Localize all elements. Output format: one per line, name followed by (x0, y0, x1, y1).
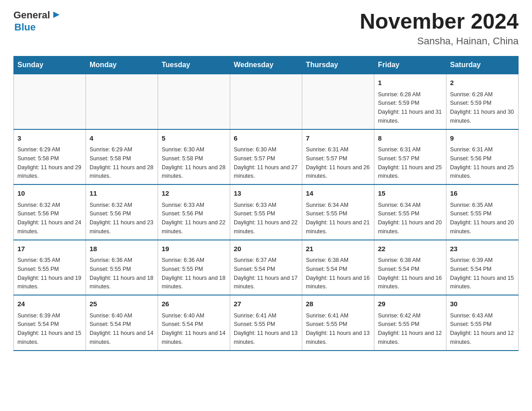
day-number: 4 (90, 133, 154, 144)
day-info: Sunrise: 6:29 AMSunset: 5:58 PMDaylight:… (90, 146, 153, 179)
day-info: Sunrise: 6:36 AMSunset: 5:55 PMDaylight:… (90, 257, 153, 290)
day-info: Sunrise: 6:40 AMSunset: 5:54 PMDaylight:… (162, 313, 225, 345)
day-number: 24 (17, 299, 82, 309)
day-info: Sunrise: 6:29 AMSunset: 5:58 PMDaylight:… (17, 146, 81, 179)
day-cell: 18Sunrise: 6:36 AMSunset: 5:55 PMDayligh… (86, 240, 158, 295)
day-cell (230, 74, 302, 129)
day-number: 10 (17, 188, 82, 199)
day-cell: 6Sunrise: 6:30 AMSunset: 5:57 PMDaylight… (230, 129, 302, 185)
day-info: Sunrise: 6:35 AMSunset: 5:55 PMDaylight:… (450, 202, 514, 235)
day-info: Sunrise: 6:31 AMSunset: 5:57 PMDaylight:… (378, 146, 442, 179)
weekday-header-wednesday: Wednesday (230, 56, 302, 74)
week-row-2: 3Sunrise: 6:29 AMSunset: 5:58 PMDaylight… (14, 129, 519, 185)
day-number: 6 (234, 133, 298, 144)
day-number: 23 (450, 244, 515, 254)
day-cell: 11Sunrise: 6:32 AMSunset: 5:56 PMDayligh… (86, 184, 158, 240)
weekday-header-friday: Friday (374, 56, 446, 74)
day-info: Sunrise: 6:33 AMSunset: 5:56 PMDaylight:… (162, 202, 225, 235)
day-number: 9 (450, 133, 515, 144)
day-info: Sunrise: 6:39 AMSunset: 5:54 PMDaylight:… (17, 313, 81, 345)
day-cell: 12Sunrise: 6:33 AMSunset: 5:56 PMDayligh… (158, 184, 230, 240)
weekday-header-sunday: Sunday (14, 56, 86, 74)
day-cell: 8Sunrise: 6:31 AMSunset: 5:57 PMDaylight… (374, 129, 446, 185)
day-info: Sunrise: 6:35 AMSunset: 5:55 PMDaylight:… (17, 257, 81, 290)
day-cell: 9Sunrise: 6:31 AMSunset: 5:56 PMDaylight… (446, 129, 519, 185)
day-cell (86, 74, 158, 129)
day-number: 25 (90, 299, 154, 309)
day-cell: 27Sunrise: 6:41 AMSunset: 5:55 PMDayligh… (230, 295, 302, 351)
day-number: 15 (378, 188, 442, 199)
weekday-header-saturday: Saturday (446, 56, 519, 74)
day-number: 14 (306, 188, 370, 199)
day-number: 27 (234, 299, 298, 309)
day-number: 2 (450, 78, 515, 88)
svg-marker-0 (53, 12, 60, 18)
day-number: 17 (17, 244, 82, 254)
day-cell: 15Sunrise: 6:34 AMSunset: 5:55 PMDayligh… (374, 184, 446, 240)
day-cell: 28Sunrise: 6:41 AMSunset: 5:55 PMDayligh… (302, 295, 374, 351)
week-row-5: 24Sunrise: 6:39 AMSunset: 5:54 PMDayligh… (14, 295, 519, 351)
week-row-1: 1Sunrise: 6:28 AMSunset: 5:59 PMDaylight… (14, 74, 519, 129)
week-row-3: 10Sunrise: 6:32 AMSunset: 5:56 PMDayligh… (14, 184, 519, 240)
day-info: Sunrise: 6:34 AMSunset: 5:55 PMDaylight:… (378, 202, 442, 235)
day-info: Sunrise: 6:38 AMSunset: 5:54 PMDaylight:… (306, 257, 369, 290)
day-info: Sunrise: 6:32 AMSunset: 5:56 PMDaylight:… (17, 202, 81, 235)
day-info: Sunrise: 6:34 AMSunset: 5:55 PMDaylight:… (306, 202, 369, 235)
day-cell: 14Sunrise: 6:34 AMSunset: 5:55 PMDayligh… (302, 184, 374, 240)
day-cell: 5Sunrise: 6:30 AMSunset: 5:58 PMDaylight… (158, 129, 230, 185)
page-header: General Blue November 2024 Sansha, Haina… (13, 9, 519, 47)
day-cell (158, 74, 230, 129)
day-info: Sunrise: 6:31 AMSunset: 5:57 PMDaylight:… (306, 146, 369, 179)
day-cell: 7Sunrise: 6:31 AMSunset: 5:57 PMDaylight… (302, 129, 374, 185)
day-cell: 10Sunrise: 6:32 AMSunset: 5:56 PMDayligh… (14, 184, 86, 240)
day-info: Sunrise: 6:30 AMSunset: 5:58 PMDaylight:… (162, 146, 225, 179)
day-cell: 22Sunrise: 6:38 AMSunset: 5:54 PMDayligh… (374, 240, 446, 295)
day-info: Sunrise: 6:30 AMSunset: 5:57 PMDaylight:… (234, 146, 297, 179)
day-number: 21 (306, 244, 370, 254)
day-info: Sunrise: 6:33 AMSunset: 5:55 PMDaylight:… (234, 202, 297, 235)
day-number: 3 (17, 133, 82, 144)
day-cell (302, 74, 374, 129)
day-number: 5 (162, 133, 226, 144)
day-number: 20 (234, 244, 298, 254)
day-number: 18 (90, 244, 154, 254)
day-number: 16 (450, 188, 515, 199)
day-number: 7 (306, 133, 370, 144)
day-cell (14, 74, 86, 129)
day-info: Sunrise: 6:28 AMSunset: 5:59 PMDaylight:… (378, 91, 442, 124)
day-number: 26 (162, 299, 226, 309)
day-cell: 21Sunrise: 6:38 AMSunset: 5:54 PMDayligh… (302, 240, 374, 295)
logo-blue-text: Blue (14, 21, 36, 33)
day-cell: 30Sunrise: 6:43 AMSunset: 5:55 PMDayligh… (446, 295, 519, 351)
month-year-title: November 2024 (360, 9, 519, 34)
day-number: 1 (378, 78, 442, 88)
day-cell: 24Sunrise: 6:39 AMSunset: 5:54 PMDayligh… (14, 295, 86, 351)
weekday-header-thursday: Thursday (302, 56, 374, 74)
day-cell: 20Sunrise: 6:37 AMSunset: 5:54 PMDayligh… (230, 240, 302, 295)
day-number: 22 (378, 244, 442, 254)
day-cell: 1Sunrise: 6:28 AMSunset: 5:59 PMDaylight… (374, 74, 446, 129)
day-cell: 17Sunrise: 6:35 AMSunset: 5:55 PMDayligh… (14, 240, 86, 295)
day-cell: 2Sunrise: 6:28 AMSunset: 5:59 PMDaylight… (446, 74, 519, 129)
day-info: Sunrise: 6:38 AMSunset: 5:54 PMDaylight:… (378, 257, 442, 290)
day-number: 12 (162, 188, 226, 199)
logo-general-text: General (13, 9, 50, 21)
day-number: 13 (234, 188, 298, 199)
weekday-header-monday: Monday (86, 56, 158, 74)
day-number: 29 (378, 299, 442, 309)
day-cell: 25Sunrise: 6:40 AMSunset: 5:54 PMDayligh… (86, 295, 158, 351)
day-info: Sunrise: 6:37 AMSunset: 5:54 PMDaylight:… (234, 257, 297, 290)
day-info: Sunrise: 6:32 AMSunset: 5:56 PMDaylight:… (90, 202, 153, 235)
day-cell: 23Sunrise: 6:39 AMSunset: 5:54 PMDayligh… (446, 240, 519, 295)
day-cell: 26Sunrise: 6:40 AMSunset: 5:54 PMDayligh… (158, 295, 230, 351)
day-info: Sunrise: 6:39 AMSunset: 5:54 PMDaylight:… (450, 257, 514, 290)
day-cell: 16Sunrise: 6:35 AMSunset: 5:55 PMDayligh… (446, 184, 519, 240)
day-number: 8 (378, 133, 442, 144)
day-info: Sunrise: 6:36 AMSunset: 5:55 PMDaylight:… (162, 257, 225, 290)
day-cell: 13Sunrise: 6:33 AMSunset: 5:55 PMDayligh… (230, 184, 302, 240)
logo: General Blue (13, 9, 61, 33)
calendar-title-area: November 2024 Sansha, Hainan, China (360, 9, 519, 47)
week-row-4: 17Sunrise: 6:35 AMSunset: 5:55 PMDayligh… (14, 240, 519, 295)
weekday-header-tuesday: Tuesday (158, 56, 230, 74)
day-info: Sunrise: 6:31 AMSunset: 5:56 PMDaylight:… (450, 146, 514, 179)
